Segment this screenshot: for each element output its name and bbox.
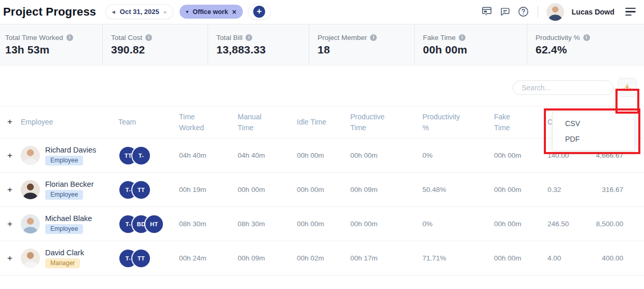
cell-cost: 140.00	[547, 152, 592, 159]
cell-fake-time: 00h 00m	[494, 254, 547, 262]
cell-productivity: 0%	[422, 220, 494, 228]
cell-time-worked: 04h 40m	[179, 152, 238, 159]
stat-total-time-worked: Total Time Worked i 13h 53m	[5, 24, 102, 65]
team-badge[interactable]: T-	[131, 146, 151, 166]
column-header-manual-time: Manual Time	[238, 112, 297, 133]
team-badge[interactable]: TT	[131, 180, 151, 200]
project-filter-label: Office work	[193, 8, 228, 16]
date-prev-icon[interactable]: ◂	[112, 8, 115, 15]
cell-idle-time: 00h 00m	[297, 220, 350, 228]
info-icon[interactable]: i	[66, 34, 73, 41]
expand-row-icon[interactable]: +	[7, 219, 12, 229]
column-header-productive-time: Productive Time	[350, 112, 422, 133]
walkthrough-icon[interactable]	[481, 6, 492, 18]
date-picker[interactable]: ◂ Oct 31, 2025 ▸	[105, 4, 173, 19]
team-badge[interactable]: TT	[131, 249, 151, 268]
project-progress-page: Project Progress ◂ Oct 31, 2025 ▸ ▾ Offi…	[0, 0, 644, 289]
employee-name[interactable]: David Clark	[45, 249, 84, 257]
team-avatars: TT T-	[118, 146, 179, 166]
stat-value: 62.4%	[536, 44, 644, 56]
add-project-button[interactable]: +	[248, 4, 271, 20]
cell-fake-time: 00h 00m	[494, 186, 547, 194]
chevron-down-icon[interactable]: ▾	[186, 9, 188, 15]
close-icon[interactable]: ×	[232, 8, 236, 16]
table-row: + Michael Blake Employee T- BD HT 08h 30…	[0, 207, 644, 241]
employee-name[interactable]: Richard Davies	[45, 146, 96, 154]
table-row: + Richard Davies Employee TT T- 04h 40m …	[0, 139, 644, 173]
role-badge: Employee	[45, 190, 83, 200]
stat-value: 13,883.33	[216, 44, 309, 56]
user-avatar[interactable]	[546, 3, 564, 21]
expand-all-icon[interactable]: +	[7, 117, 12, 126]
column-header-productivity: Productivity %	[422, 112, 494, 133]
avatar	[21, 146, 40, 165]
cell-manual-time: 00h 00m	[238, 186, 297, 194]
stat-value: 13h 53m	[5, 44, 102, 56]
chat-icon[interactable]	[499, 6, 511, 18]
top-bar-right: Lucas Dowd	[481, 3, 636, 21]
cell-productive-time: 00h 09m	[350, 186, 422, 194]
column-header-time-worked: Time Worked	[179, 112, 238, 133]
team-avatars: T- TT	[118, 180, 179, 200]
date-label: Oct 31, 2025	[120, 8, 159, 16]
info-icon[interactable]: i	[583, 34, 590, 41]
stat-productivity: Productivity % i 62.4%	[527, 24, 644, 65]
stat-label: Productivity %	[536, 34, 580, 42]
cell-time-worked: 00h 19m	[179, 186, 238, 194]
cell-time-worked: 00h 24m	[179, 254, 238, 262]
cell-bill: 316.67	[592, 186, 644, 194]
stat-label: Total Time Worked	[5, 34, 63, 42]
cell-manual-time: 04h 40m	[238, 152, 297, 159]
team-avatars: T- TT	[118, 249, 179, 268]
stat-fake-time: Fake Time i 00h 00m	[414, 24, 527, 65]
stat-value: 18	[318, 44, 414, 56]
team-badge[interactable]: HT	[144, 214, 164, 234]
table-row: + Florian Becker Employee T- TT 00h 19m …	[0, 173, 644, 207]
date-next-icon[interactable]: ▸	[164, 8, 168, 15]
cell-productivity: 0%	[422, 152, 494, 159]
cell-productive-time: 00h 17m	[350, 254, 422, 262]
table-row: + David Clark Manager T- TT 00h 24m 00h …	[0, 241, 644, 276]
cell-idle-time: 00h 00m	[297, 186, 350, 194]
info-icon[interactable]: i	[145, 34, 152, 41]
cell-manual-time: 00h 09m	[238, 254, 297, 262]
role-badge: Employee	[45, 156, 83, 166]
stat-total-cost: Total Cost i 390.82	[102, 24, 208, 65]
cell-productive-time: 00h 00m	[350, 152, 422, 159]
top-bar: Project Progress ◂ Oct 31, 2025 ▸ ▾ Offi…	[0, 0, 644, 24]
expand-row-icon[interactable]: +	[7, 150, 12, 160]
employee-name[interactable]: Florian Becker	[45, 180, 93, 188]
export-pdf-item[interactable]: PDF	[553, 133, 635, 145]
summary-stats-bar: Total Time Worked i 13h 53m Total Cost i…	[0, 24, 644, 65]
table-toolbar	[0, 78, 644, 97]
employee-name[interactable]: Michael Blake	[45, 214, 92, 223]
search-input[interactable]	[513, 80, 613, 95]
help-icon[interactable]	[517, 6, 529, 18]
divider	[538, 6, 538, 18]
cell-time-worked: 08h 30m	[179, 220, 238, 228]
cell-bill: 8,500.00	[592, 220, 644, 228]
role-badge: Employee	[45, 224, 83, 234]
table-header-row: + Employee Team Time Worked Manual Time …	[0, 106, 644, 139]
cell-cost: 0.32	[547, 186, 592, 194]
user-name[interactable]: Lucas Dowd	[572, 8, 614, 16]
cell-productivity: 71.71%	[422, 254, 494, 262]
column-header-employee: Employee	[21, 117, 118, 127]
expand-row-icon[interactable]: +	[7, 185, 12, 195]
export-csv-item[interactable]: CSV	[553, 117, 635, 130]
stat-label: Total Cost	[111, 34, 142, 42]
expand-row-icon[interactable]: +	[7, 253, 12, 263]
cell-fake-time: 00h 00m	[494, 152, 547, 159]
info-icon[interactable]: i	[459, 34, 465, 41]
info-icon[interactable]: i	[370, 34, 377, 41]
stat-value: 00h 00m	[423, 44, 527, 56]
page-title: Project Progress	[3, 5, 96, 19]
stat-total-bill: Total Bill i 13,883.33	[208, 24, 309, 65]
stat-label: Fake Time	[423, 34, 456, 42]
download-icon	[622, 82, 632, 92]
info-icon[interactable]: i	[245, 34, 252, 41]
project-filter-chip[interactable]: ▾ Office work ×	[180, 5, 242, 19]
cell-productive-time: 00h 00m	[350, 220, 422, 228]
menu-icon[interactable]	[625, 8, 636, 16]
export-download-button[interactable]	[618, 78, 637, 97]
